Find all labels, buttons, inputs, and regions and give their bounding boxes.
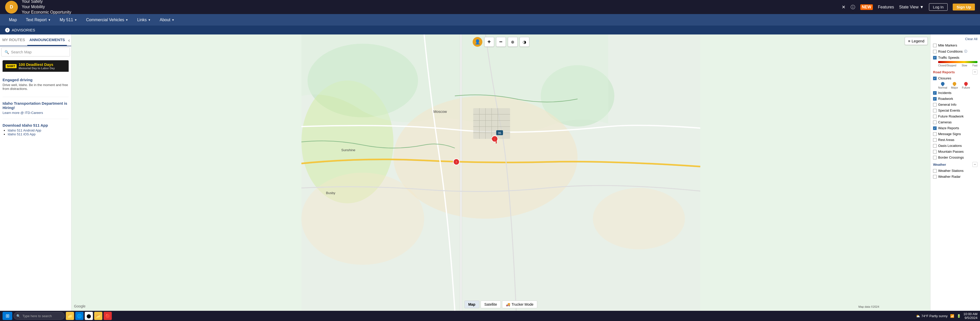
- start-button[interactable]: ⊞: [3, 312, 12, 320]
- major-label: Major: [951, 86, 958, 89]
- signup-button[interactable]: Sign Up: [953, 3, 975, 10]
- legend-message-signs[interactable]: Message Signs: [931, 131, 980, 137]
- nav-text-report[interactable]: Text Report▼: [22, 16, 55, 24]
- border-crossings-checkbox[interactable]: [933, 156, 937, 159]
- special-events-label: Special Events: [938, 109, 960, 112]
- nav-links[interactable]: Links▼: [133, 16, 154, 24]
- future-roadwork-checkbox[interactable]: [933, 115, 937, 118]
- legend-closures[interactable]: Closures: [931, 75, 980, 81]
- closures-checkbox[interactable]: [933, 77, 937, 80]
- legend-general-info[interactable]: General Info: [931, 102, 980, 107]
- advisories-label: ADVISORIES: [12, 28, 35, 32]
- map-area[interactable]: Moscow Sunshine Busby 95 ! ! 👤 + − ⊕ ◑: [72, 35, 930, 311]
- general-info-checkbox[interactable]: [933, 103, 937, 107]
- incidents-checkbox[interactable]: [933, 91, 937, 95]
- announcement-3: Download Idaho 511 App Idaho 511 Android…: [3, 121, 68, 138]
- legend-btn[interactable]: ≡ Legend: [905, 37, 928, 45]
- nav-map[interactable]: Map: [5, 16, 21, 24]
- sidebar-back-btn[interactable]: ‹: [67, 36, 71, 45]
- legend-border-crossings[interactable]: Border Crossings: [931, 155, 980, 160]
- legend-incidents[interactable]: Incidents: [931, 90, 980, 96]
- message-signs-checkbox[interactable]: [933, 132, 937, 136]
- x-icon[interactable]: ✕: [842, 4, 845, 10]
- waze-reports-checkbox[interactable]: [933, 126, 937, 130]
- announcement-2-link[interactable]: Learn more @ ITD-Careers: [3, 111, 43, 115]
- legend-mountain-passes[interactable]: Mountain Passes: [931, 149, 980, 155]
- legend-waze-reports[interactable]: Waze Reports: [931, 125, 980, 131]
- advisories-info-icon: i: [5, 28, 10, 32]
- sidebar: MY ROUTES ANNOUNCEMENTS ‹ 🔍 Search Map S…: [0, 35, 72, 311]
- weather-radar-checkbox[interactable]: [933, 175, 937, 179]
- text-report-arrow: ▼: [48, 18, 51, 21]
- announcement-1-title: Engaged driving: [3, 78, 68, 82]
- contrast-btn[interactable]: ◑: [520, 37, 529, 47]
- announcement-1-text: Drive well, Idaho. Be in the moment and …: [3, 83, 68, 91]
- tab-announcements[interactable]: ANNOUNCEMENTS: [27, 35, 67, 46]
- legend-cameras[interactable]: Cameras: [931, 119, 980, 125]
- taskbar-chrome-icon[interactable]: ⬤: [85, 312, 93, 320]
- svg-text:95: 95: [498, 131, 501, 134]
- legend-rest-areas[interactable]: Rest Areas: [931, 137, 980, 143]
- zoom-out-btn[interactable]: −: [496, 37, 506, 47]
- legend-special-events[interactable]: Special Events: [931, 107, 980, 113]
- legend-weather-stations[interactable]: Weather Stations: [931, 168, 980, 174]
- road-conditions-info-icon[interactable]: ⓘ: [964, 49, 967, 54]
- map-mode-btn[interactable]: Map: [465, 300, 479, 308]
- search-bar-container: 🔍 Search Map: [0, 46, 71, 58]
- nav-about[interactable]: About▼: [156, 16, 178, 24]
- satellite-mode-btn[interactable]: Satellite: [480, 300, 501, 308]
- zoom-in-btn[interactable]: +: [484, 37, 494, 47]
- legend-clear-all[interactable]: Clear All: [931, 37, 980, 42]
- weather-stations-checkbox[interactable]: [933, 169, 937, 172]
- traffic-label-slow: Slow: [962, 64, 967, 67]
- ios-app-link[interactable]: Idaho 511 iOS App: [8, 132, 35, 136]
- legend-road-conditions[interactable]: Road Conditions ⓘ: [931, 48, 980, 55]
- nav-commercial[interactable]: Commercial Vehicles▼: [82, 16, 132, 24]
- legend-roadwork[interactable]: Roadwork: [931, 96, 980, 102]
- taskbar-search-icon: 🔍: [16, 314, 21, 318]
- nav-bar: Map Text Report▼ My 511▼ Commercial Vehi…: [0, 14, 980, 26]
- road-conditions-checkbox[interactable]: [933, 50, 937, 53]
- nav-my511[interactable]: My 511▼: [56, 16, 81, 24]
- weather-collapse-btn[interactable]: −: [972, 162, 977, 167]
- taskbar-edge-icon[interactable]: 🌐: [75, 312, 83, 320]
- road-reports-collapse-btn[interactable]: −: [972, 69, 977, 75]
- mountain-passes-checkbox[interactable]: [933, 150, 937, 153]
- login-button[interactable]: Log In: [929, 3, 948, 11]
- legend-future-roadwork[interactable]: Future Roadwork: [931, 113, 980, 119]
- legend-weather-radar[interactable]: Weather Radar: [931, 174, 980, 179]
- taskbar-folder2-icon[interactable]: 📂: [94, 312, 102, 320]
- mile-markers-checkbox[interactable]: [933, 44, 937, 47]
- taskbar-file-icon[interactable]: 📁: [66, 312, 74, 320]
- search-placeholder: Search Map: [11, 50, 32, 54]
- traffic-speeds-checkbox[interactable]: [933, 56, 937, 59]
- closures-icons: Normal Major Future: [931, 81, 980, 90]
- special-events-checkbox[interactable]: [933, 109, 937, 112]
- roadwork-checkbox[interactable]: [933, 97, 937, 101]
- legend-oasis-locations[interactable]: Oasis Locations: [931, 143, 980, 149]
- recenter-btn[interactable]: ⊕: [508, 37, 517, 47]
- taskbar-weather: ⛅ 74°F Partly sunny: [916, 314, 948, 318]
- google-watermark: Google: [74, 304, 86, 308]
- tab-my-routes[interactable]: MY ROUTES: [0, 35, 27, 46]
- state-view-link[interactable]: State View ▼: [899, 5, 924, 10]
- border-crossings-label: Border Crossings: [938, 155, 964, 159]
- cameras-checkbox[interactable]: [933, 121, 937, 124]
- closure-future: Future: [962, 82, 970, 89]
- legend-mile-markers[interactable]: Mile Markers: [931, 42, 980, 48]
- announcement-1: Engaged driving Drive well, Idaho. Be in…: [3, 76, 68, 95]
- legend-traffic-speeds[interactable]: Traffic Speeds: [931, 55, 980, 61]
- taskbar-search[interactable]: 🔍 Type here to search: [14, 312, 65, 320]
- oasis-locations-checkbox[interactable]: [933, 144, 937, 148]
- person-btn[interactable]: 👤: [473, 37, 482, 47]
- android-app-link[interactable]: Idaho 511 Android App: [8, 128, 41, 132]
- features-link[interactable]: Features: [878, 5, 894, 10]
- rest-areas-checkbox[interactable]: [933, 138, 937, 142]
- info-icon[interactable]: ⓘ: [851, 4, 855, 10]
- taskbar-app-icon[interactable]: 🔴: [103, 312, 112, 320]
- trucker-mode-btn[interactable]: 🚚 Trucker Mode: [502, 300, 537, 308]
- logo: D: [5, 1, 18, 14]
- search-input[interactable]: 🔍 Search Map: [1, 48, 70, 56]
- map-bottom-controls: Map Satellite 🚚 Trucker Mode: [465, 300, 538, 308]
- weather-radar-label: Weather Radar: [938, 175, 961, 179]
